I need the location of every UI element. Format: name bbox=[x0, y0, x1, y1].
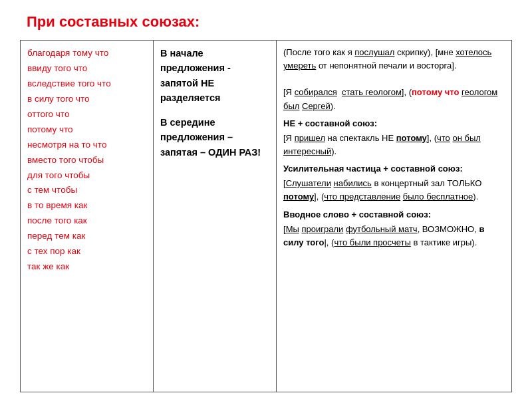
col2-heading2: В середине предложения – запятая – ОДИН … bbox=[160, 115, 269, 160]
list-item: несмотря на то что bbox=[27, 138, 146, 153]
list-item: вследствие того что bbox=[27, 76, 146, 92]
list-item: благодаря тому что bbox=[27, 46, 146, 61]
list-item: так же как bbox=[27, 259, 146, 275]
list-item: с тем чтобы bbox=[27, 183, 146, 198]
col3-label1: НЕ + составной союз: bbox=[283, 117, 505, 130]
page: При составных союзах: благодаря тому что… bbox=[0, 0, 532, 399]
page-title: При составных союзах: bbox=[20, 13, 200, 31]
list-item: для того чтобы bbox=[27, 168, 146, 184]
list-item: потому что bbox=[27, 122, 146, 138]
main-table: благодаря тому что ввиду того что вследс… bbox=[20, 40, 512, 392]
col3-line5: [Мы проиграли футбольный матч, ВОЗМОЖНО,… bbox=[283, 224, 484, 247]
col3-line2: [Я собирался стать геологом], (потому чт… bbox=[283, 87, 497, 110]
list-item: вместо того чтобы bbox=[27, 153, 146, 168]
list-item: с тех пор как bbox=[27, 244, 146, 259]
col1-items: благодаря тому что ввиду того что вследс… bbox=[27, 46, 146, 275]
col3-cell: (После того как я послушал скрипку), [мн… bbox=[277, 41, 512, 392]
col3-line4: [Слушатели набились в концертный зал ТОЛ… bbox=[283, 178, 481, 201]
col3-line1: (После того как я послушал скрипку), [мн… bbox=[283, 47, 491, 70]
col3-label2: Усилительная частица + составной союз: bbox=[283, 162, 505, 176]
col1-cell: благодаря тому что ввиду того что вследс… bbox=[21, 41, 154, 392]
list-item: ввиду того что bbox=[27, 61, 146, 76]
col2-heading1: В начале предложения - запятой НЕ раздел… bbox=[160, 46, 269, 106]
list-item: оттого что bbox=[27, 107, 146, 122]
col3-content: (После того как я послушал скрипку), [мн… bbox=[283, 46, 505, 249]
col3-label3: Вводное слово + составной союз: bbox=[283, 208, 505, 221]
list-item: в силу того что bbox=[27, 92, 146, 107]
list-item: перед тем как bbox=[27, 229, 146, 244]
col3-line3: [Я пришел на спектакль НЕ потому], (что … bbox=[283, 133, 481, 156]
col2-cell: В начале предложения - запятой НЕ раздел… bbox=[154, 41, 277, 392]
list-item: после того как bbox=[27, 213, 146, 229]
list-item: в то время как bbox=[27, 198, 146, 213]
